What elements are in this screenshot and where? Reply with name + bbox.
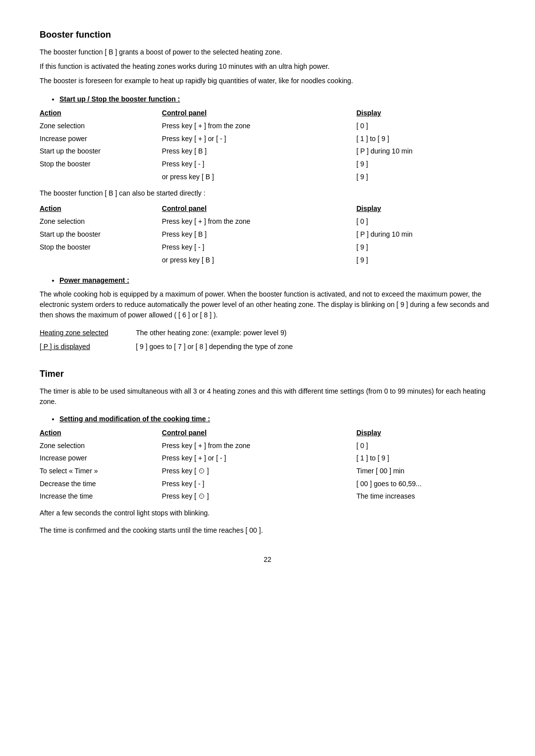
action-cell: To select « Timer »	[40, 465, 162, 478]
col-header-display-1: Display	[357, 108, 496, 120]
table-row: Increase power Press key [ + ] or [ - ] …	[40, 452, 495, 465]
display-cell: The time increases	[357, 490, 496, 503]
display-cell: Timer [ 00 ] min	[357, 465, 496, 478]
action-cell	[40, 254, 162, 267]
display-cell: [ 0 ]	[357, 120, 496, 133]
control-cell: Press key [ - ]	[162, 241, 357, 254]
col-header-control-2: Control panel	[162, 203, 357, 215]
action-cell	[40, 171, 162, 184]
timer-section1-bullet: Setting and modification of the cooking …	[59, 415, 495, 423]
control-cell: Press key [ - ]	[162, 158, 357, 171]
booster-title: Booster function	[40, 30, 495, 40]
control-cell: or press key [ B ]	[162, 254, 357, 267]
control-cell: Press key [ - ]	[162, 478, 357, 491]
booster-table-2: Action Control panel Display Zone select…	[40, 203, 495, 266]
action-cell: Stop the booster	[40, 241, 162, 254]
table-row: Increase power Press key [ + ] or [ - ] …	[40, 133, 495, 146]
display-cell: [ 1 ] to [ 9 ]	[357, 133, 496, 146]
control-cell: Press key [ B ]	[162, 145, 357, 158]
action-cell: Stop the booster	[40, 158, 162, 171]
control-cell: or press key [ B ]	[162, 171, 357, 184]
action-cell: Start up the booster	[40, 145, 162, 158]
display-cell: [ 9 ]	[357, 171, 496, 184]
table-row: or press key [ B ] [ 9 ]	[40, 171, 495, 184]
display-cell: [ P ] during 10 min	[357, 228, 496, 241]
table-row: Zone selection Press key [ + ] from the …	[40, 440, 495, 453]
table-row: Decrease the time Press key [ - ] [ 00 ]…	[40, 478, 495, 491]
table-row: Start up the booster Press key [ B ] [ P…	[40, 228, 495, 241]
table-row: Heating zone selected The other heating …	[40, 326, 495, 340]
power-col1-header: Heating zone selected	[40, 326, 136, 340]
display-cell: [ P ] during 10 min	[357, 145, 496, 158]
table-row: To select « Timer » Press key [ ⏲ ] Time…	[40, 465, 495, 478]
col-header-control-timer: Control panel	[162, 428, 357, 440]
booster-direct-note: The booster function [ B ] can also be s…	[40, 188, 495, 199]
display-cell: [ 0 ]	[357, 440, 496, 453]
action-cell: Increase power	[40, 133, 162, 146]
display-cell: [ 1 ] to [ 9 ]	[357, 452, 496, 465]
booster-intro-2: If this function is activated the heatin…	[40, 61, 495, 72]
booster-intro-1: The booster function [ B ] grants a boos…	[40, 47, 495, 57]
power-management-intro: The whole cooking hob is equipped by a m…	[40, 289, 495, 320]
table-row: or press key [ B ] [ 9 ]	[40, 254, 495, 267]
action-cell: Increase the time	[40, 490, 162, 503]
control-cell: Press key [ + ] from the zone	[162, 120, 357, 133]
display-cell: [ 9 ]	[357, 158, 496, 171]
control-cell: Press key [ + ] from the zone	[162, 215, 357, 228]
timer-note-1: After a few seconds the control light st…	[40, 508, 495, 518]
timer-table-1: Action Control panel Display Zone select…	[40, 428, 495, 503]
power-col2-header: The other heating zone: (example: power …	[136, 326, 495, 340]
action-cell: Zone selection	[40, 120, 162, 133]
control-cell: Press key [ + ] or [ - ]	[162, 133, 357, 146]
booster-section1-bullet: Start up / Stop the booster function :	[59, 95, 495, 103]
control-cell: Press key [ + ] from the zone	[162, 440, 357, 453]
table-row: Stop the booster Press key [ - ] [ 9 ]	[40, 158, 495, 171]
booster-intro-3: The booster is foreseen for example to h…	[40, 76, 495, 86]
control-cell: Press key [ ⏲ ]	[162, 465, 357, 478]
display-cell: [ 0 ]	[357, 215, 496, 228]
table-row: Increase the time Press key [ ⏲ ] The ti…	[40, 490, 495, 503]
col-header-display-timer: Display	[357, 428, 496, 440]
table-row: Zone selection Press key [ + ] from the …	[40, 215, 495, 228]
action-cell: Decrease the time	[40, 478, 162, 491]
col-header-action-2: Action	[40, 203, 162, 215]
display-cell: [ 00 ] goes to 60,59...	[357, 478, 496, 491]
table-row: [ P ] is displayed [ 9 ] goes to [ 7 ] o…	[40, 340, 495, 354]
power-management-bullet: Power management :	[59, 276, 495, 284]
control-cell: Press key [ B ]	[162, 228, 357, 241]
timer-title: Timer	[40, 369, 495, 379]
timer-intro: The timer is able to be used simultaneou…	[40, 386, 495, 407]
power-management-table: Heating zone selected The other heating …	[40, 326, 495, 353]
table-row: Stop the booster Press key [ - ] [ 9 ]	[40, 241, 495, 254]
action-cell: Zone selection	[40, 440, 162, 453]
col-header-action-1: Action	[40, 108, 162, 120]
action-cell: Zone selection	[40, 215, 162, 228]
action-cell: Start up the booster	[40, 228, 162, 241]
power-col2-value: [ 9 ] goes to [ 7 ] or [ 8 ] depending t…	[136, 340, 495, 354]
table-row: Zone selection Press key [ + ] from the …	[40, 120, 495, 133]
timer-note-2: The time is confirmed and the cooking st…	[40, 525, 495, 536]
table-row: Start up the booster Press key [ B ] [ P…	[40, 145, 495, 158]
booster-table-1: Action Control panel Display Zone select…	[40, 108, 495, 183]
power-col1-value: [ P ] is displayed	[40, 340, 136, 354]
display-cell: [ 9 ]	[357, 241, 496, 254]
col-header-display-2: Display	[357, 203, 496, 215]
control-cell: Press key [ ⏲ ]	[162, 490, 357, 503]
display-cell: [ 9 ]	[357, 254, 496, 267]
col-header-control-1: Control panel	[162, 108, 357, 120]
control-cell: Press key [ + ] or [ - ]	[162, 452, 357, 465]
col-header-action-timer: Action	[40, 428, 162, 440]
action-cell: Increase power	[40, 452, 162, 465]
page-number: 22	[40, 555, 495, 563]
